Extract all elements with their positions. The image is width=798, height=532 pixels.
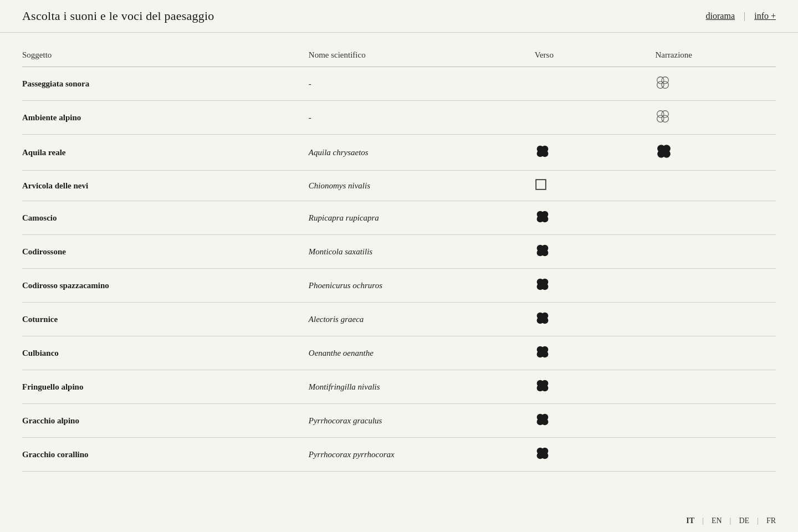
cell-nome-scientifico: - xyxy=(309,67,535,101)
lang-it[interactable]: IT xyxy=(686,516,694,525)
soggetto-name: Camoscio xyxy=(22,213,57,222)
cell-narrazione xyxy=(655,336,776,370)
cell-nome-scientifico: Monticola saxatilis xyxy=(309,235,535,269)
cell-nome-scientifico: Chionomys nivalis xyxy=(309,171,535,201)
soggetto-name: Culbianco xyxy=(22,349,59,357)
lang-en[interactable]: EN xyxy=(712,516,722,525)
table-row[interactable]: Gracchio corallinoPyrrhocorax pyrrhocora… xyxy=(22,438,776,472)
page-title: Ascolta i suoni e le voci del paesaggio xyxy=(22,9,214,23)
verso-play-icon[interactable] xyxy=(535,454,550,463)
cell-narrazione xyxy=(655,269,776,303)
verso-play-icon[interactable] xyxy=(535,217,550,226)
table-row[interactable]: Arvicola delle neviChionomys nivalis xyxy=(22,171,776,201)
verso-play-icon[interactable] xyxy=(535,420,550,429)
soggetto-name: Codirossone xyxy=(22,247,66,256)
soggetto-name: Gracchio corallino xyxy=(22,450,89,459)
verso-play-icon[interactable] xyxy=(535,386,550,395)
main-table: Soggetto Nome scientifico Verso Narrazio… xyxy=(22,44,776,472)
soggetto-name: Passeggiata sonora xyxy=(22,79,89,88)
cell-verso[interactable] xyxy=(535,438,656,472)
table-row[interactable]: Codirosso spazzacaminoPhoenicurus ochrur… xyxy=(22,269,776,303)
table-row[interactable]: Aquila realeAquila chrysaetos xyxy=(22,135,776,171)
svg-point-48 xyxy=(541,452,548,459)
cell-narrazione xyxy=(655,370,776,404)
table-row[interactable]: Fringuello alpinoMontifringilla nivalis xyxy=(22,370,776,404)
svg-point-36 xyxy=(541,351,548,357)
cell-verso[interactable] xyxy=(535,303,656,336)
verso-square-icon[interactable] xyxy=(535,183,547,192)
table-row[interactable]: CoturniceAlectoris graeca xyxy=(22,303,776,336)
cell-verso[interactable] xyxy=(535,201,656,235)
soggetto-name: Ambiente alpino xyxy=(22,113,81,122)
table-row[interactable]: Passeggiata sonora- xyxy=(22,67,776,101)
narrazione-filled-icon[interactable] xyxy=(655,153,673,162)
header: Ascolta i suoni e le voci del paesaggio … xyxy=(0,0,798,33)
cell-narrazione xyxy=(655,201,776,235)
svg-point-44 xyxy=(541,418,548,425)
cell-narrazione[interactable] xyxy=(655,101,776,135)
cell-verso[interactable] xyxy=(535,404,656,438)
cell-verso xyxy=(535,67,656,101)
soggetto-name: Fringuello alpino xyxy=(22,382,83,391)
lang-divider-1: | xyxy=(702,516,704,525)
cell-soggetto: Codirossone xyxy=(22,235,309,269)
cell-verso[interactable] xyxy=(535,269,656,303)
svg-point-28 xyxy=(541,283,548,290)
cell-verso[interactable] xyxy=(535,370,656,404)
cell-soggetto: Codirosso spazzacamino xyxy=(22,269,309,303)
cell-narrazione xyxy=(655,235,776,269)
cell-soggetto: Culbianco xyxy=(22,336,309,370)
table-row[interactable]: CulbiancoOenanthe oenanthe xyxy=(22,336,776,370)
soggetto-name: Aquila reale xyxy=(22,148,65,157)
cell-nome-scientifico: Aquila chrysaetos xyxy=(309,135,535,171)
soggetto-name: Codirosso spazzacamino xyxy=(22,281,109,290)
narrazione-outline-icon[interactable] xyxy=(655,83,671,92)
cell-verso[interactable] xyxy=(535,171,656,201)
cell-narrazione[interactable] xyxy=(655,67,776,101)
lang-de[interactable]: DE xyxy=(739,516,749,525)
info-link[interactable]: info + xyxy=(754,11,776,21)
table-row[interactable]: CodirossoneMonticola saxatilis xyxy=(22,235,776,269)
cell-narrazione xyxy=(655,404,776,438)
cell-soggetto: Coturnice xyxy=(22,303,309,336)
header-nav: diorama | info + xyxy=(706,11,776,21)
cell-verso[interactable] xyxy=(535,336,656,370)
verso-play-icon[interactable] xyxy=(535,319,550,328)
soggetto-name: Coturnice xyxy=(22,315,58,324)
cell-soggetto: Gracchio alpino xyxy=(22,404,309,438)
cell-narrazione xyxy=(655,303,776,336)
cell-verso[interactable] xyxy=(535,135,656,171)
cell-nome-scientifico: - xyxy=(309,101,535,135)
narrazione-outline-icon[interactable] xyxy=(655,117,671,126)
cell-narrazione[interactable] xyxy=(655,135,776,171)
svg-point-20 xyxy=(541,216,548,222)
svg-point-3 xyxy=(662,81,668,88)
col-header-narrazione: Narrazione xyxy=(655,44,776,67)
verso-play-icon[interactable] xyxy=(535,251,550,260)
cell-soggetto: Camoscio xyxy=(22,201,309,235)
diorama-link[interactable]: diorama xyxy=(706,11,735,21)
cell-nome-scientifico: Rupicapra rupicapra xyxy=(309,201,535,235)
lang-fr[interactable]: FR xyxy=(766,516,776,525)
verso-play-icon[interactable] xyxy=(535,152,550,161)
svg-rect-16 xyxy=(536,180,546,190)
verso-play-icon[interactable] xyxy=(535,352,550,361)
cell-narrazione xyxy=(655,171,776,201)
table-row[interactable]: Ambiente alpino- xyxy=(22,101,776,135)
lang-divider-2: | xyxy=(730,516,732,525)
cell-verso[interactable] xyxy=(535,235,656,269)
cell-nome-scientifico: Alectoris graeca xyxy=(309,303,535,336)
footer: IT | EN | DE | FR xyxy=(664,510,798,532)
table-row[interactable]: CamoscioRupicapra rupicapra xyxy=(22,201,776,235)
cell-nome-scientifico: Pyrrhocorax pyrrhocorax xyxy=(309,438,535,472)
table-header: Soggetto Nome scientifico Verso Narrazio… xyxy=(22,44,776,67)
cell-soggetto: Aquila reale xyxy=(22,135,309,171)
svg-point-7 xyxy=(662,115,668,122)
cell-soggetto: Ambiente alpino xyxy=(22,101,309,135)
lang-divider-3: | xyxy=(757,516,759,525)
verso-play-icon[interactable] xyxy=(535,285,550,294)
table-row[interactable]: Gracchio alpinoPyrrhocorax graculus xyxy=(22,404,776,438)
cell-narrazione xyxy=(655,438,776,472)
col-header-verso: Verso xyxy=(535,44,656,67)
soggetto-name: Arvicola delle nevi xyxy=(22,181,88,190)
